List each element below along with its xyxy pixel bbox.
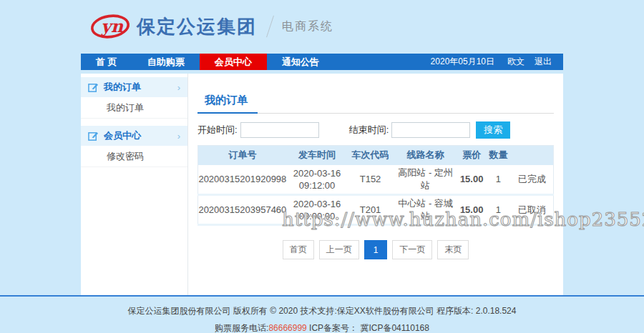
pagination: 首页 上一页 1 下一页 末页 <box>197 240 554 259</box>
table-header-row: 订单号 发车时间 车次代码 线路名称 票价 数量 <box>198 146 554 165</box>
pagination-prev-button[interactable]: 上一页 <box>319 240 359 259</box>
route-name: 高阳站 - 定州站 <box>394 165 457 195</box>
order-no: 20200315201920998 <box>198 165 287 195</box>
col-header-train-code: 车次代码 <box>347 146 394 165</box>
icp-text: ICP备案号： 冀ICP备04110168 <box>307 323 429 333</box>
depart-clock: 09:00:00 <box>287 210 347 222</box>
pagination-last-button[interactable]: 末页 <box>437 240 469 259</box>
ticket-price: 15.00 <box>457 195 486 225</box>
depart-clock: 09:12:00 <box>287 179 347 192</box>
nav-item-member-center[interactable]: 会员中心 <box>200 54 267 70</box>
train-code: T201 <box>347 195 394 225</box>
svg-text:yn: yn <box>100 16 124 36</box>
site-header: yn 保定公运集团 电商系统 <box>81 0 563 54</box>
nav-item-notices[interactable]: 通知公告 <box>267 54 334 70</box>
table-row: 20200315201920998 2020-03-16 09:12:00 T1… <box>198 165 554 195</box>
nav-item-self-ticketing[interactable]: 自助购票 <box>132 54 200 70</box>
col-header-status <box>511 146 554 165</box>
end-time-input[interactable] <box>391 122 470 138</box>
depart-date: 2020-03-16 <box>287 167 347 179</box>
search-form: 开始时间: 结束时间: 搜索 <box>197 121 554 139</box>
company-name: 保定公运集团 <box>137 14 257 39</box>
service-phone: 86666999 <box>268 323 306 333</box>
sidebar-item-change-password[interactable]: 修改密码 <box>81 146 187 167</box>
page-title: 我的订单 <box>197 94 258 114</box>
sidebar: 我的订单 › 我的订单 会员中心 › 修改密码 <box>81 74 188 295</box>
sidebar-group-member: 会员中心 › 修改密码 <box>81 126 187 167</box>
footer-contact: 购票服务电话:86666999 ICP备案号： 冀ICP备04110168 <box>0 322 644 333</box>
order-status: 已完成 <box>511 165 554 195</box>
system-name: 电商系统 <box>282 19 333 34</box>
pagination-first-button[interactable]: 首页 <box>283 240 314 259</box>
col-header-route: 线路名称 <box>394 146 457 165</box>
col-header-order-no: 订单号 <box>198 146 287 165</box>
logout-link[interactable]: 退出 <box>535 56 552 68</box>
company-logo-icon: yn <box>89 10 131 43</box>
route-name: 中心站 - 容城站 <box>394 195 457 225</box>
site-footer: 保定公运集团股份有限公司 版权所有 © 2020 技术支持:保定XX软件股份有限… <box>0 295 644 333</box>
brand-divider <box>266 16 274 38</box>
col-header-quantity: 数量 <box>486 146 511 165</box>
orders-table: 订单号 发车时间 车次代码 线路名称 票价 数量 202003152019209… <box>197 145 554 226</box>
sidebar-group-header-member[interactable]: 会员中心 › <box>81 126 187 146</box>
content-area: 我的订单 › 我的订单 会员中心 › 修改密码 我的订 <box>81 74 563 295</box>
sidebar-group-title: 我的订单 <box>104 81 141 94</box>
depart-time: 2020-03-16 09:00:00 <box>287 195 347 225</box>
order-status: 已取消 <box>511 195 554 225</box>
nav-right: 2020年05月10日 欧文 退出 <box>431 54 563 70</box>
page: yn 保定公运集团 电商系统 首 页 自助购票 会员中心 通知公告 2020年0… <box>0 0 644 333</box>
username-link[interactable]: 欧文 <box>507 56 525 68</box>
start-time-label: 开始时间: <box>197 124 238 136</box>
sidebar-group-header-orders[interactable]: 我的订单 › <box>81 77 187 97</box>
col-header-depart-time: 发车时间 <box>287 146 347 165</box>
chevron-right-icon: › <box>177 131 180 141</box>
copyright-text: 保定公运集团股份有限公司 版权所有 © 2020 技术支持:保定XX软件股份有限… <box>0 305 644 317</box>
col-header-price: 票价 <box>457 146 486 165</box>
train-code: T152 <box>347 165 394 195</box>
search-button[interactable]: 搜索 <box>476 121 510 139</box>
nav-item-home[interactable]: 首 页 <box>81 54 132 70</box>
end-time-label: 结束时间: <box>349 124 389 136</box>
sidebar-group-title: 会员中心 <box>104 129 141 142</box>
order-no: 20200315203957460 <box>198 195 287 225</box>
table-row: 20200315203957460 2020-03-16 09:00:00 T2… <box>198 195 554 225</box>
brand: yn 保定公运集团 电商系统 <box>81 0 563 43</box>
edit-icon <box>88 82 99 93</box>
chevron-right-icon: › <box>177 82 180 93</box>
ticket-quantity: 1 <box>486 165 511 195</box>
title-bar: 我的订单 <box>197 94 554 114</box>
current-date: 2020年05月10日 <box>431 56 494 68</box>
start-time-input[interactable] <box>240 122 319 138</box>
phone-label: 购票服务电话: <box>215 323 268 333</box>
pagination-current-page[interactable]: 1 <box>364 240 388 259</box>
sidebar-group-orders: 我的订单 › 我的订单 <box>81 77 187 119</box>
ticket-quantity: 1 <box>486 195 511 225</box>
main-navbar: 首 页 自助购票 会员中心 通知公告 2020年05月10日 欧文 退出 <box>81 54 563 70</box>
ticket-price: 15.00 <box>457 165 486 195</box>
depart-date: 2020-03-16 <box>287 198 347 210</box>
edit-icon <box>88 131 99 141</box>
sidebar-item-my-orders[interactable]: 我的订单 <box>81 97 187 119</box>
main-panel: 我的订单 开始时间: 结束时间: 搜索 订单号 发车时间 车次代 <box>188 74 563 295</box>
depart-time: 2020-03-16 09:12:00 <box>287 165 347 195</box>
pagination-next-button[interactable]: 下一页 <box>392 240 432 259</box>
